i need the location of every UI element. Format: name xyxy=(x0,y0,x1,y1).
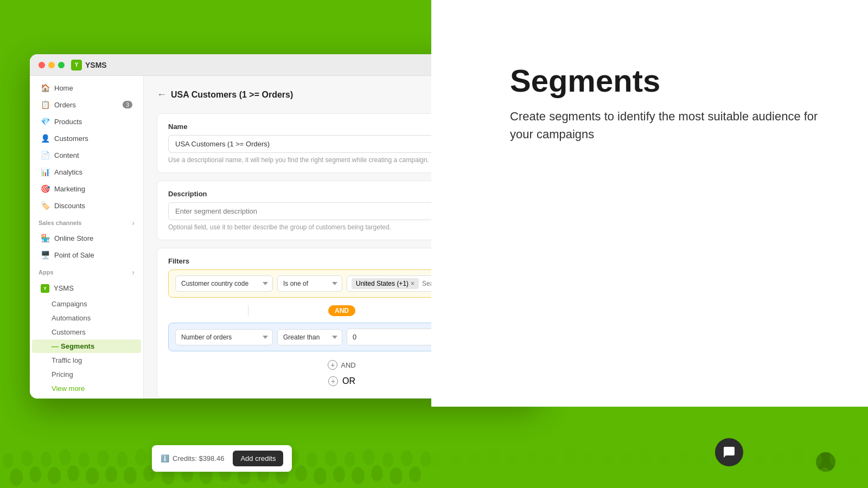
close-dot[interactable] xyxy=(39,62,45,68)
view-more-link[interactable]: View more xyxy=(32,382,141,395)
svg-point-74 xyxy=(564,449,576,465)
sidebar-item-products[interactable]: 💎 Products xyxy=(32,113,141,130)
svg-point-79 xyxy=(659,452,670,467)
svg-point-80 xyxy=(678,450,690,466)
svg-point-5 xyxy=(105,466,117,483)
filter1-field-select[interactable]: Customer country code xyxy=(175,275,273,292)
svg-point-71 xyxy=(507,452,518,467)
content-icon: 📄 xyxy=(41,151,50,159)
filter2-field-select[interactable]: Number of orders xyxy=(175,329,273,345)
customers-icon: 👤 xyxy=(41,134,50,143)
orders-icon: 📋 xyxy=(41,100,50,109)
svg-point-76 xyxy=(602,450,614,466)
sidebar-sub-pricing[interactable]: Pricing xyxy=(32,368,141,381)
svg-point-15 xyxy=(295,465,307,481)
svg-point-24 xyxy=(41,452,52,467)
svg-point-20 xyxy=(390,467,403,485)
svg-point-69 xyxy=(469,452,480,467)
sidebar-sub-customers-ysms[interactable]: Customers xyxy=(32,325,141,339)
svg-point-41 xyxy=(363,449,375,465)
svg-point-2 xyxy=(48,467,61,484)
back-nav[interactable]: ← USA Customers (1 >= Orders) xyxy=(157,89,293,100)
pos-icon: 🖥️ xyxy=(41,251,50,259)
sidebar-sub-campaigns[interactable]: Campaigns xyxy=(32,297,141,311)
svg-point-63 xyxy=(780,467,793,484)
add-credits-button[interactable]: Add credits xyxy=(233,451,283,466)
sidebar-label-products: Products xyxy=(54,118,82,126)
svg-point-18 xyxy=(352,467,365,484)
svg-point-55 xyxy=(628,467,641,484)
sidebar-item-discounts[interactable]: 🏷️ Discounts xyxy=(32,197,141,214)
discounts-icon: 🏷️ xyxy=(41,201,50,210)
svg-point-70 xyxy=(488,449,500,465)
svg-point-42 xyxy=(382,452,393,467)
svg-point-62 xyxy=(762,466,774,483)
right-panel-heading: Segments xyxy=(510,65,825,97)
svg-point-49 xyxy=(514,467,527,485)
chat-button[interactable] xyxy=(715,438,743,466)
country-tag-remove[interactable]: × xyxy=(411,280,414,287)
marketing-icon: 🎯 xyxy=(41,184,50,193)
sidebar-label-marketing: Marketing xyxy=(54,185,85,193)
sidebar-item-analytics[interactable]: 📊 Analytics xyxy=(32,164,141,180)
sidebar-label-content: Content xyxy=(54,151,79,159)
sidebar-item-home[interactable]: 🏠 Home xyxy=(32,80,141,96)
sidebar-item-content[interactable]: 📄 Content xyxy=(32,147,141,163)
or-plus-icon: + xyxy=(328,376,338,386)
maximize-dot[interactable] xyxy=(58,62,65,68)
svg-point-59 xyxy=(704,467,717,484)
sidebar-item-marketing[interactable]: 🎯 Marketing xyxy=(32,181,141,197)
svg-point-77 xyxy=(621,452,632,467)
logo-dot-4 xyxy=(816,452,835,472)
credits-info: ℹ️ Credits: $398.46 xyxy=(161,454,224,463)
svg-point-43 xyxy=(401,450,413,466)
svg-point-67 xyxy=(431,453,442,468)
svg-point-48 xyxy=(496,465,508,481)
svg-point-26 xyxy=(79,452,90,467)
svg-point-89 xyxy=(849,452,860,467)
sidebar-sub-segments[interactable]: — Segments xyxy=(32,339,141,353)
online-store-icon: 🏪 xyxy=(41,234,50,242)
filter1-operator-select[interactable]: Is one of xyxy=(277,275,342,292)
svg-point-25 xyxy=(59,449,71,465)
sidebar-item-orders[interactable]: 📋 Orders 3 xyxy=(32,97,141,113)
svg-point-81 xyxy=(697,452,708,467)
right-panel-description: Create segments to identify the most sui… xyxy=(510,107,825,143)
logo-dot-3 xyxy=(792,452,812,472)
sidebar-item-ysms[interactable]: Y YSMS xyxy=(32,279,141,297)
svg-point-84 xyxy=(754,450,765,466)
svg-point-50 xyxy=(534,466,546,483)
svg-point-53 xyxy=(590,467,603,485)
sidebar-sub-automations[interactable]: Automations xyxy=(32,311,141,325)
minimize-dot[interactable] xyxy=(48,62,55,68)
sidebar-label-discounts: Discounts xyxy=(54,202,85,210)
svg-point-6 xyxy=(124,467,137,484)
app-title: YSMS xyxy=(85,61,107,69)
svg-point-4 xyxy=(86,467,99,485)
country-tag-label: United States (+1) xyxy=(356,280,409,287)
svg-point-17 xyxy=(333,466,345,483)
filter2-operator-select[interactable]: Greater than xyxy=(277,329,342,345)
sidebar-item-online-store[interactable]: 🏪 Online Store xyxy=(32,230,141,246)
svg-point-3 xyxy=(67,465,79,481)
svg-point-44 xyxy=(420,452,431,467)
sidebar-sub-traffic-log[interactable]: Traffic log xyxy=(32,354,141,367)
country-tag-us: United States (+1) × xyxy=(352,278,419,289)
window-controls xyxy=(39,62,65,68)
credits-amount: Credits: $398.46 xyxy=(173,454,224,463)
products-icon: 💎 xyxy=(41,117,50,126)
sidebar-item-customers[interactable]: 👤 Customers xyxy=(32,130,141,146)
chat-icon xyxy=(723,446,736,459)
sidebar-label-analytics: Analytics xyxy=(54,168,82,176)
svg-point-29 xyxy=(135,449,147,465)
svg-point-51 xyxy=(552,467,565,484)
add-and-label: AND xyxy=(341,361,355,369)
svg-point-73 xyxy=(545,452,556,467)
svg-point-27 xyxy=(97,450,109,466)
home-icon: 🏠 xyxy=(41,84,50,92)
sidebar-item-point-of-sale[interactable]: 🖥️ Point of Sale xyxy=(32,247,141,263)
svg-point-22 xyxy=(3,453,14,468)
logo-icon: Y xyxy=(71,60,82,70)
svg-point-47 xyxy=(476,467,489,484)
svg-point-28 xyxy=(117,452,127,467)
